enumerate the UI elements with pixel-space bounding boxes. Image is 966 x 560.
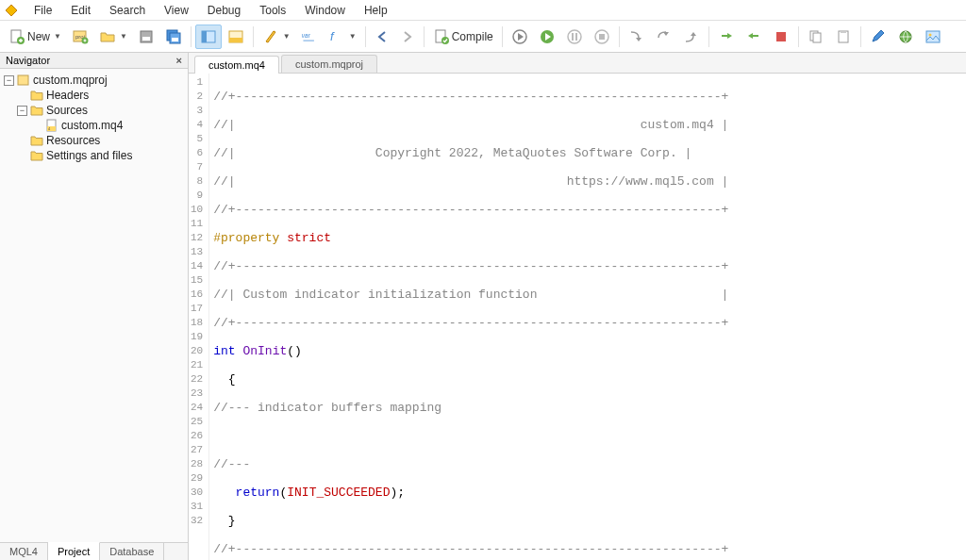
tree-folder-sources[interactable]: − Sources [2,103,186,118]
navigator-tree: − custom.mqproj Headers − Sources 4 cust… [0,69,188,542]
separator [365,26,366,47]
run-button[interactable] [534,25,560,49]
tree-folder-resources[interactable]: Resources [2,133,186,148]
globe-button[interactable] [892,25,919,49]
save-icon [138,28,155,45]
svg-rect-24 [572,33,574,41]
step-into-button[interactable] [624,25,650,49]
compile-button[interactable]: Compile [428,25,498,49]
menu-window[interactable]: Window [295,2,355,19]
svg-rect-35 [813,33,821,42]
expander-icon[interactable]: − [17,106,27,116]
editor-tab-custom-mq4[interactable]: custom.mq4 [194,56,279,74]
function-button[interactable]: f ▼ [324,25,361,49]
nav-tab-mql4[interactable]: MQL4 [0,543,48,560]
save-button[interactable] [133,25,159,49]
folder-icon [30,135,43,146]
breakpoint-in-icon [718,28,735,45]
dropdown-icon: ▼ [54,32,61,41]
new-button[interactable]: New ▼ [4,25,66,49]
separator [502,26,503,47]
svg-rect-10 [172,38,178,41]
separator [253,26,254,47]
editor-tabs: custom.mq4 custom.mqproj [189,53,966,74]
project-icon [17,74,30,87]
save-all-icon [165,28,182,45]
menu-file[interactable]: File [25,2,61,19]
line-gutter: 1234567891011121314151617181920212223242… [189,74,209,560]
svg-marker-29 [663,32,669,36]
nav-tab-project[interactable]: Project [48,542,100,560]
pause-icon [566,28,583,45]
function-icon: f [328,28,345,45]
forward-button[interactable] [395,25,420,48]
step-out-button[interactable] [678,25,705,49]
menubar: File Edit Search View Debug Tools Window… [0,0,966,21]
svg-point-23 [568,30,581,43]
dropdown-icon: ▼ [120,32,127,41]
image-button[interactable] [920,25,946,49]
project-icon: proj [72,28,89,45]
step-over-icon [656,28,673,45]
edit-button[interactable] [865,25,891,49]
var-button[interactable]: var [296,25,323,49]
separator [191,26,192,47]
open-button[interactable]: ▼ [94,25,132,49]
code-editor[interactable]: 1234567891011121314151617181920212223242… [189,74,966,560]
svg-marker-0 [6,5,17,16]
tree-file-custom[interactable]: 4 custom.mq4 [2,118,186,133]
paste-button[interactable] [830,25,857,49]
menu-search[interactable]: Search [100,2,155,19]
paste-icon [835,28,852,45]
tree-folder-headers[interactable]: Headers [2,88,186,103]
pencil-icon [870,28,887,45]
save-all-button[interactable] [160,25,187,49]
styler-button[interactable]: ▼ [258,25,295,49]
menu-help[interactable]: Help [355,2,397,19]
globe-icon [897,28,914,45]
stop-icon [593,28,610,45]
compile-icon [433,28,450,45]
tree-folder-settings[interactable]: Settings and files [2,148,186,163]
nav-tab-database[interactable]: Database [100,543,164,560]
back-button[interactable] [370,25,394,48]
code-content[interactable]: //+-------------------------------------… [209,74,732,560]
navigator-title: Navigator [6,55,50,66]
editor-area: custom.mq4 custom.mqproj 123456789101112… [189,53,966,560]
editor-tab-custom-mqproj[interactable]: custom.mqproj [281,55,377,73]
svg-marker-30 [691,32,696,36]
tree-root[interactable]: − custom.mqproj [2,73,186,88]
toggle-navigator-button[interactable] [195,25,222,49]
svg-rect-37 [841,30,846,33]
debug-start-button[interactable] [507,25,533,49]
toggle-toolbox-button[interactable] [223,25,249,49]
copy-button[interactable] [803,25,829,49]
breakpoint-list-button[interactable] [768,25,794,49]
folder-open-icon [99,28,116,45]
breakpoint-clear-button[interactable] [741,25,767,49]
svg-rect-33 [776,32,786,41]
expander-icon[interactable]: − [4,75,14,86]
menu-debug[interactable]: Debug [198,2,250,19]
step-over-button[interactable] [651,25,677,49]
new-proj-button[interactable]: proj [67,25,93,49]
stop-button[interactable] [589,25,615,49]
separator [860,26,861,47]
svg-rect-27 [599,34,605,40]
separator [424,26,425,47]
svg-text:f: f [330,29,335,43]
arrow-left-icon [375,29,390,44]
main-area: Navigator × − custom.mqproj Headers − So… [0,53,966,560]
menu-tools[interactable]: Tools [250,2,295,19]
menu-edit[interactable]: Edit [61,2,100,19]
close-icon[interactable]: × [176,55,182,66]
breakpoint-toggle-button[interactable] [713,25,740,49]
separator [798,26,799,47]
dropdown-icon: ▼ [283,32,291,41]
pause-button[interactable] [561,25,588,49]
menu-view[interactable]: View [155,2,198,19]
play-icon [539,28,556,45]
svg-rect-7 [142,37,150,41]
breakpoint-out-icon [745,28,762,45]
svg-marker-31 [727,33,732,39]
